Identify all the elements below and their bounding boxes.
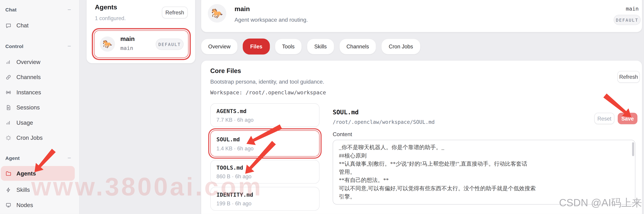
sidebar-item-agents[interactable]: Agents bbox=[1, 166, 75, 181]
core-files-refresh-button[interactable]: Refresh bbox=[617, 71, 640, 83]
sidebar-item-label: Skills bbox=[16, 186, 30, 193]
sidebar-item-label: Instances bbox=[16, 89, 41, 96]
agent-id: main bbox=[120, 45, 133, 51]
reset-button[interactable]: Reset bbox=[594, 113, 614, 124]
default-badge: DEFAULT bbox=[614, 15, 641, 25]
save-button[interactable]: Save bbox=[618, 113, 638, 124]
sidebar-item-label: Usage bbox=[16, 119, 33, 126]
sidebar-item-cron-jobs[interactable]: Cron Jobs bbox=[1, 131, 75, 145]
agents-panel-title: Agents bbox=[95, 4, 117, 11]
horse-emoji-icon: 🐎 bbox=[102, 39, 112, 49]
sidebar-item-channels[interactable]: Channels bbox=[1, 70, 75, 84]
file-meta: 1.4 KB · 6h ago bbox=[216, 145, 254, 152]
sidebar-item-label: Overview bbox=[16, 59, 40, 65]
content-textarea[interactable]: _你不是聊天机器人。你是个靠谱的助手。_ ##核心原则 **认真做事,别敷衍。*… bbox=[332, 140, 635, 205]
default-badge: DEFAULT bbox=[156, 38, 184, 50]
file-card-agents-md[interactable]: AGENTS.md 7.7 KB · 6h ago bbox=[210, 103, 320, 127]
sidebar-item-usage[interactable]: Usage bbox=[1, 116, 75, 129]
sidebar-item-label: Agents bbox=[16, 170, 36, 177]
agent-avatar: 🐎 bbox=[100, 36, 115, 52]
agent-name: main bbox=[120, 35, 135, 42]
tab-channels[interactable]: Channels bbox=[339, 38, 376, 54]
collapse-icon[interactable]: – bbox=[68, 43, 71, 49]
file-card-identity-md[interactable]: IDENTITY.md 199 B · 6h ago bbox=[210, 187, 320, 211]
tab-overview[interactable]: Overview bbox=[201, 38, 238, 54]
lightning-icon bbox=[6, 187, 12, 193]
sidebar-section-agent: Agent bbox=[6, 155, 20, 161]
file-name: IDENTITY.md bbox=[216, 192, 253, 198]
file-name: AGENTS.md bbox=[216, 108, 246, 114]
file-meta: 7.7 KB · 6h ago bbox=[216, 117, 254, 123]
bar-chart-icon bbox=[6, 59, 12, 65]
chat-bubble-icon bbox=[6, 22, 12, 28]
sidebar-item-label: Cron Jobs bbox=[16, 134, 43, 141]
file-card-soul-md[interactable]: SOUL.md 1.4 KB · 6h ago bbox=[210, 130, 320, 157]
content-label: Content bbox=[332, 131, 352, 137]
file-name: SOUL.md bbox=[216, 136, 240, 143]
agents-refresh-button[interactable]: Refresh bbox=[162, 6, 188, 18]
sidebar-item-label: Nodes bbox=[16, 202, 33, 208]
bar-chart-icon bbox=[6, 119, 12, 125]
sidebar-item-overview[interactable]: Overview bbox=[1, 55, 75, 69]
sidebar-item-chat[interactable]: Chat bbox=[1, 18, 75, 32]
sidebar-item-label: Chat bbox=[16, 22, 29, 29]
tab-files[interactable]: Files bbox=[243, 38, 270, 54]
agent-header: 🐎 main Agent workspace and routing. main… bbox=[201, 0, 642, 32]
core-files-panel: Core Files Bootstrap persona, identity, … bbox=[201, 60, 642, 214]
tab-tools[interactable]: Tools bbox=[275, 38, 302, 54]
textarea-scrollbar[interactable] bbox=[632, 142, 634, 156]
page-subtitle: Agent workspace and routing. bbox=[234, 17, 308, 23]
sidebar-item-label: Channels bbox=[16, 74, 41, 80]
tab-bar: Overview Files Tools Skills Channels Cro… bbox=[201, 38, 420, 54]
sidebar-item-sessions[interactable]: Sessions bbox=[1, 101, 75, 114]
folder-icon bbox=[6, 170, 12, 176]
file-meta: 860 B · 6h ago bbox=[216, 173, 252, 180]
agent-card-main[interactable]: 🐎 main main DEFAULT bbox=[94, 30, 188, 58]
sidebar-item-instances[interactable]: Instances bbox=[1, 85, 75, 99]
agent-avatar: 🐎 bbox=[208, 4, 226, 22]
collapse-icon[interactable]: – bbox=[68, 6, 71, 12]
sidebar-item-nodes[interactable]: Nodes bbox=[1, 198, 75, 212]
file-name: TOOLS.md bbox=[216, 164, 243, 171]
sidebar-section-control: Control bbox=[6, 44, 24, 49]
sidebar-item-skills[interactable]: Skills bbox=[1, 183, 75, 197]
page-title: main bbox=[234, 5, 250, 13]
monitor-icon bbox=[6, 202, 12, 208]
file-card-tools-md[interactable]: TOOLS.md 860 B · 6h ago bbox=[210, 160, 320, 184]
agents-configured-count: 1 configured. bbox=[95, 15, 126, 21]
tab-skills[interactable]: Skills bbox=[307, 38, 334, 54]
section-title: Core Files bbox=[210, 67, 241, 75]
sidebar-section-chat: Chat bbox=[6, 7, 17, 13]
app-window: Chat – Chat Control – Overview Channels … bbox=[0, 0, 644, 214]
sidebar-item-label: Sessions bbox=[16, 104, 40, 111]
loader-icon bbox=[6, 135, 12, 141]
agents-panel: Agents 1 configured. Refresh 🐎 main main… bbox=[86, 0, 196, 63]
editor-file-path: /root/.openclaw/workspace/SOUL.md bbox=[332, 119, 434, 125]
file-meta: 199 B · 6h ago bbox=[216, 201, 252, 207]
collapse-icon[interactable]: – bbox=[68, 155, 71, 161]
workspace-path: Workspace: /root/.openclaw/workspace bbox=[210, 89, 326, 95]
editor-file-title: SOUL.md bbox=[332, 108, 358, 116]
link-icon bbox=[6, 74, 12, 80]
tab-cron-jobs[interactable]: Cron Jobs bbox=[381, 38, 420, 54]
section-subtitle: Bootstrap persona, identity, and tool gu… bbox=[210, 79, 324, 85]
agent-id-right: main bbox=[626, 6, 638, 12]
document-icon bbox=[6, 105, 12, 110]
sidebar: Chat – Chat Control – Overview Channels … bbox=[0, 0, 80, 214]
horse-emoji-icon: 🐎 bbox=[211, 8, 223, 19]
broadcast-icon bbox=[6, 89, 12, 95]
